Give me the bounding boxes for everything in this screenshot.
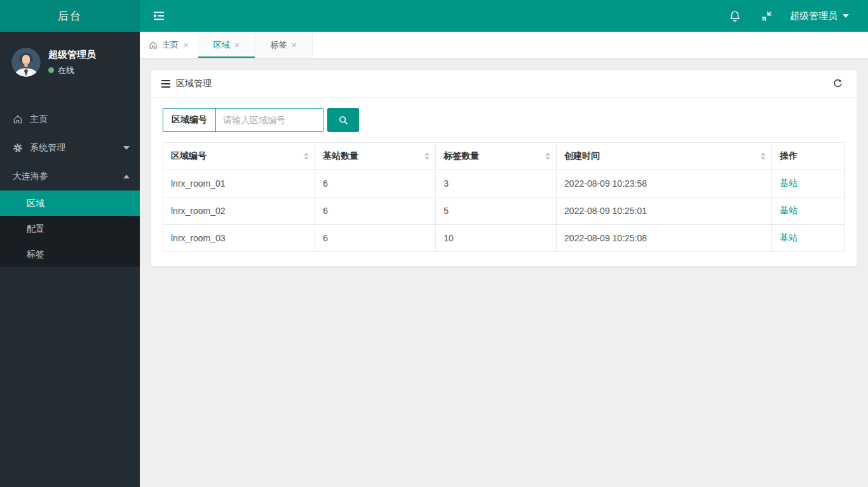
chevron-down-icon <box>123 146 130 150</box>
search-icon <box>338 115 349 126</box>
home-icon <box>149 41 158 50</box>
search-field-label: 区域编号 <box>163 109 216 131</box>
sort-icon[interactable] <box>304 152 309 160</box>
sort-icon[interactable] <box>545 152 550 160</box>
sidebar-toggle-icon <box>153 10 165 22</box>
table-row: lnrx_room_02 6 5 2022-08-09 10:25:01 基站 <box>163 197 845 225</box>
cell-actions: 基站 <box>772 225 845 252</box>
cell-base-station-count: 6 <box>315 225 436 252</box>
tab-label: 标签 <box>270 39 287 51</box>
column-header-actions: 操作 <box>772 143 845 170</box>
cell-tag-count: 5 <box>436 197 557 225</box>
cell-created-at: 2022-08-09 10:25:01 <box>557 197 772 225</box>
tab-tag[interactable]: 标签 × <box>255 32 313 58</box>
column-header-region-id[interactable]: 区域编号 <box>163 143 315 170</box>
sidebar-menu: 主页 系统管理 大连海参 区域 配置 标签 <box>0 105 140 267</box>
search-button[interactable] <box>327 108 359 132</box>
table-row: lnrx_room_03 6 10 2022-08-09 10:25:08 基站 <box>163 225 845 252</box>
cell-region-id: lnrx_room_01 <box>163 170 315 197</box>
sidebar-item-label: 系统管理 <box>30 142 65 154</box>
sort-icon[interactable] <box>424 152 430 160</box>
fullscreen-compress-icon <box>761 10 773 22</box>
search-row: 区域编号 <box>163 108 845 132</box>
column-header-base-station-count[interactable]: 基站数量 <box>315 143 436 170</box>
cell-tag-count: 3 <box>436 170 557 197</box>
top-bar-main: 超级管理员 <box>140 0 868 32</box>
cell-created-at: 2022-08-09 10:23:58 <box>557 170 772 197</box>
cell-base-station-count: 6 <box>315 197 436 225</box>
sidebar-item-label: 主页 <box>30 114 48 125</box>
tab-label: 区域 <box>213 39 229 51</box>
tab-home[interactable]: 主页 × <box>140 32 198 58</box>
main-content: 区域管理 区域编号 <box>140 58 868 487</box>
caret-down-icon <box>843 14 849 18</box>
sort-icon[interactable] <box>761 152 766 160</box>
user-dropdown[interactable]: 超级管理员 <box>782 0 868 32</box>
sidebar-item-dalian-haishen[interactable]: 大连海参 <box>0 162 140 190</box>
close-icon[interactable]: × <box>183 40 189 50</box>
user-status: 在线 <box>48 65 96 76</box>
sidebar-item-home[interactable]: 主页 <box>0 105 140 133</box>
base-station-link[interactable]: 基站 <box>780 178 797 188</box>
panel-header: 区域管理 <box>151 70 857 98</box>
tab-bar: 主页 × 区域 × 标签 × <box>140 32 868 58</box>
chevron-up-icon <box>123 175 130 178</box>
search-group: 区域编号 <box>163 108 323 132</box>
sidebar: 超级管理员 在线 主页 系统管理 大连 <box>0 32 140 487</box>
cell-region-id: lnrx_room_02 <box>163 197 315 225</box>
list-icon <box>161 80 170 88</box>
home-icon <box>13 114 23 124</box>
cell-tag-count: 10 <box>436 225 557 252</box>
sidebar-toggle-button[interactable] <box>140 0 178 32</box>
table-header-row: 区域编号 基站数量 标签数量 创建时间 <box>163 143 845 170</box>
sidebar-subitem-region[interactable]: 区域 <box>0 190 140 216</box>
cell-region-id: lnrx_room_03 <box>163 225 315 252</box>
user-name: 超级管理员 <box>48 49 96 61</box>
cell-base-station-count: 6 <box>315 170 436 197</box>
close-icon[interactable]: × <box>291 40 297 50</box>
fullscreen-button[interactable] <box>750 0 782 32</box>
search-input[interactable] <box>216 109 323 131</box>
sidebar-subitem-tag[interactable]: 标签 <box>0 241 140 267</box>
user-info: 超级管理员 在线 <box>48 49 96 76</box>
sidebar-item-label: 大连海参 <box>13 171 48 182</box>
column-header-created-at[interactable]: 创建时间 <box>557 143 772 170</box>
close-icon[interactable]: × <box>234 40 240 50</box>
online-status-dot <box>48 67 54 73</box>
base-station-link[interactable]: 基站 <box>780 205 797 215</box>
sidebar-item-system-management[interactable]: 系统管理 <box>0 133 140 162</box>
gear-icon <box>13 143 23 153</box>
region-table: 区域编号 基站数量 标签数量 创建时间 <box>163 142 845 252</box>
tab-region[interactable]: 区域 × <box>198 32 255 58</box>
sidebar-user-panel: 超级管理员 在线 <box>0 32 140 91</box>
app-logo: 后台 <box>0 0 140 32</box>
bell-icon <box>729 10 741 22</box>
region-management-panel: 区域管理 区域编号 <box>151 69 857 267</box>
avatar[interactable] <box>11 48 41 77</box>
tab-label: 主页 <box>162 39 179 51</box>
table-row: lnrx_room_01 6 3 2022-08-09 10:23:58 基站 <box>163 170 845 197</box>
sidebar-submenu: 区域 配置 标签 <box>0 190 140 267</box>
top-bar-actions: 超级管理员 <box>719 0 868 32</box>
refresh-icon <box>832 78 843 89</box>
top-bar: 后台 超级 <box>0 0 868 32</box>
cell-actions: 基站 <box>772 170 845 197</box>
cell-created-at: 2022-08-09 10:25:08 <box>557 225 772 252</box>
refresh-button[interactable] <box>829 75 846 93</box>
panel-body: 区域编号 区域编号 <box>151 98 857 266</box>
user-dropdown-label: 超级管理员 <box>790 10 837 22</box>
online-status-text: 在线 <box>58 65 74 76</box>
notifications-button[interactable] <box>719 0 750 32</box>
column-header-tag-count[interactable]: 标签数量 <box>436 143 557 170</box>
cell-actions: 基站 <box>772 197 845 225</box>
sidebar-subitem-config[interactable]: 配置 <box>0 216 140 241</box>
panel-title: 区域管理 <box>176 78 212 90</box>
base-station-link[interactable]: 基站 <box>780 232 797 243</box>
